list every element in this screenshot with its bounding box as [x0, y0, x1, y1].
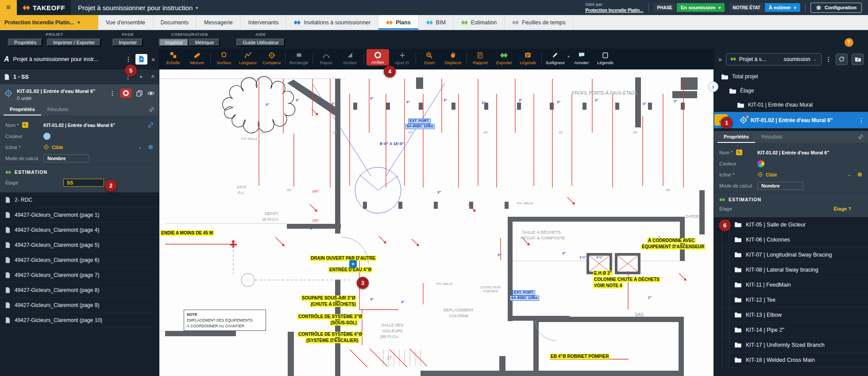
kit-item-05[interactable]: KIT-05 | Salle de Gicleur [714, 217, 868, 232]
project-selector-dropdown[interactable]: Protection Incendie Platin... ▾ [0, 15, 98, 30]
tab-invitations[interactable]: Invitations à soumissionner [286, 15, 378, 30]
kit-item-08[interactable]: KIT-08 | Lateral Sway bracing [714, 262, 868, 277]
tool-deplacer[interactable]: Déplacer [441, 49, 465, 65]
sheet-item[interactable]: 49427-Gicleurs_Claremont (page 8) [0, 283, 159, 298]
note-icon[interactable]: ✎ [736, 150, 742, 155]
tree-item-kit-01[interactable]: KIT-01 | Entrée d'eau Mural [714, 98, 868, 112]
tool-exporter[interactable]: Exporter [492, 49, 516, 65]
sheet-item[interactable]: 49427-Gicleurs_Claremont (page 7) [0, 268, 159, 283]
tool-legende-2[interactable]: Légende [594, 49, 617, 65]
estimate-selector-dropdown[interactable]: Projet à s... soumission ⌄ [726, 53, 822, 65]
tab-proprietes[interactable]: Propriétés [718, 131, 755, 143]
add-folder-button[interactable] [852, 54, 864, 65]
add-page-button[interactable] [135, 54, 147, 65]
visibility-eye-icon[interactable] [147, 91, 154, 96]
pin-icon[interactable] [149, 107, 154, 112]
tab-bim[interactable]: BIM [419, 15, 454, 30]
icon-value[interactable]: Cible [757, 172, 777, 177]
icon-value[interactable]: Cible [43, 144, 63, 150]
color-swatch[interactable] [757, 160, 764, 167]
tool-surligneur[interactable]: Surligneur [543, 49, 567, 65]
tool-annoter[interactable]: Annoter [570, 49, 594, 65]
guide-utilisateur-button[interactable]: Guide Utilisateur [236, 38, 285, 46]
color-swatch[interactable] [43, 133, 50, 140]
metrique-toggle[interactable]: Métrique [189, 38, 220, 46]
managed-by-link[interactable]: Protection Incendie Platin... [585, 8, 643, 13]
expand-panel-button[interactable]: › [708, 81, 718, 92]
note-icon[interactable]: ✎ [22, 122, 28, 128]
chevron-down-icon[interactable]: ⌄ [139, 145, 142, 150]
tab-feuilles-de-temps[interactable]: Feuilles de temps [505, 15, 573, 30]
tab-documents[interactable]: Documents [153, 15, 197, 30]
tool-mesure[interactable]: Mesure [185, 49, 209, 65]
tool-echelle[interactable]: Échelle [161, 49, 185, 65]
tab-resultats[interactable]: Résultats [41, 104, 75, 115]
phase-dropdown[interactable]: En soumission▾ [677, 3, 725, 12]
nom-value[interactable]: KIT-01.02 | Entrée d'eau Mural 6" [757, 150, 829, 155]
chevron-down-icon[interactable]: ⌄ [848, 172, 851, 177]
hamburger-menu-icon[interactable]: ≡ [0, 0, 17, 15]
kit-item-11[interactable]: KIT-11 | FeedMain [714, 277, 868, 292]
gear-icon[interactable] [148, 144, 154, 150]
tab-resultats[interactable]: Résultats [755, 131, 789, 143]
link-icon[interactable] [148, 122, 154, 128]
calc-mode-value[interactable]: Nombre [757, 182, 803, 190]
sheet-item[interactable]: 49427-Gicleurs_Claremont (page 9) [0, 298, 159, 313]
tool-ajout-o[interactable]: Ajout O. [390, 49, 414, 65]
sheet-item[interactable]: 49427-Gicleurs_Claremont (page 1) [0, 207, 159, 223]
tab-plans[interactable]: Plans [378, 15, 418, 30]
tab-proprietes[interactable]: Propriétés [4, 104, 41, 115]
tool-rayon[interactable]: Rayon [314, 49, 338, 65]
tool-zoom[interactable]: Zoom [417, 49, 441, 65]
nom-value[interactable]: KIT-01.02 | Entrée d'eau Mural 6" [43, 123, 115, 128]
add-icon[interactable]: + [139, 73, 143, 80]
tab-intervenants[interactable]: Intervenants [241, 15, 287, 30]
kebab-menu-icon[interactable]: ⋮ [858, 117, 864, 124]
collapse-panel-icon[interactable]: » [718, 56, 722, 63]
collapse-panel-icon[interactable]: « [151, 56, 155, 63]
active-takeoff-stop-button[interactable] [120, 88, 131, 98]
kit-item-06[interactable]: KIT-06 | Colonnes [714, 232, 868, 247]
tree-item-total-projet[interactable]: Total projet [714, 69, 868, 84]
configuration-button[interactable]: Configuration [810, 3, 862, 13]
pin-icon[interactable] [858, 134, 864, 140]
tab-estimation[interactable]: Estimation [454, 15, 505, 30]
kebab-menu-icon[interactable]: ⋮ [826, 56, 832, 63]
kit-item-13[interactable]: KIT-13 | Elbow [714, 307, 868, 322]
app-logo[interactable]: TAKEOFF [17, 0, 71, 15]
importer-button[interactable]: Importer [112, 38, 143, 46]
calc-mode-value[interactable]: Nombre [43, 154, 89, 162]
project-title-caret-icon[interactable]: ▾ [196, 5, 198, 10]
sheet-item[interactable]: 49427-Gicleurs_Claremont (page 6) [0, 253, 159, 268]
tool-rapport[interactable]: Rapport [468, 49, 492, 65]
tab-vue-densemble[interactable]: Vue d'ensemble [98, 15, 153, 30]
plan-canvas[interactable]: ENDIE A MOINS DE 45 MDRAIN OUVERT PAR D'… [159, 69, 714, 376]
duplicate-icon[interactable] [136, 90, 143, 96]
kit-item-07[interactable]: KIT-07 | Longitudinal Sway Bracing [714, 247, 868, 262]
tree-item-etage[interactable]: Étage [714, 84, 868, 98]
refresh-button[interactable] [836, 54, 848, 65]
kit-item-14[interactable]: KIT-14 | Pipe 2" [714, 322, 868, 338]
sheet-item[interactable]: 2- RDC [0, 192, 159, 207]
tool-surface[interactable]: Surface [212, 49, 236, 65]
tool-droites[interactable]: Droites [338, 49, 362, 65]
gear-icon[interactable] [857, 172, 863, 177]
state-dropdown[interactable]: À estimer▾ [765, 3, 800, 12]
tab-messagerie[interactable]: Messagerie [197, 15, 241, 30]
tool-arreter[interactable]: Arrêter [366, 49, 389, 65]
imprimer-exporter-button[interactable]: Imprimer / Exporter [47, 38, 101, 46]
tool-longueur[interactable]: Longueur [236, 49, 260, 65]
imperial-toggle[interactable]: Impérial [159, 38, 189, 46]
tool-rectangle[interactable]: Rectangle [287, 49, 311, 65]
takeoff-point-marker[interactable]: + [349, 260, 357, 268]
proprietes-button[interactable]: Propriétés [8, 38, 42, 46]
etage-input[interactable] [63, 179, 104, 187]
kebab-menu-icon[interactable]: ⋮ [109, 90, 116, 97]
sheet-item[interactable]: 49427-Gicleurs_Claremont (page 4) [0, 223, 159, 238]
sheet-item[interactable]: 49427-Gicleurs_Claremont (page 5) [0, 238, 159, 253]
selected-takeoff-row[interactable]: ← KIT-01.02 | Entrée d'eau Mural 6" ⋮ [714, 112, 868, 128]
kit-item-17[interactable]: KIT-17 | Uniformly Sized Branch [714, 338, 868, 353]
tool-compteur[interactable]: Compteur [260, 49, 284, 65]
tool-legende[interactable]: Légende [516, 49, 540, 65]
project-title[interactable]: Projet à soumissionner pour instruction [78, 4, 193, 12]
